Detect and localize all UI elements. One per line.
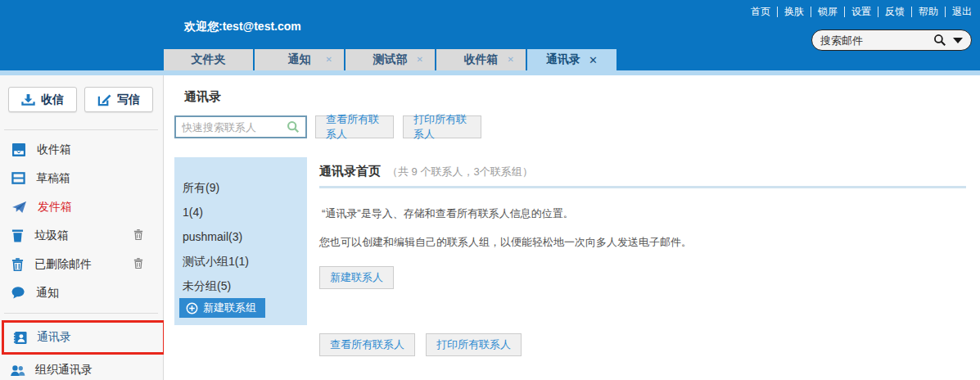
group-item-test-team[interactable]: 测试小组1(1) — [174, 249, 307, 274]
group-item-1[interactable]: 1(4) — [174, 200, 307, 224]
link-help[interactable]: 帮助 — [912, 7, 946, 17]
new-contact-group-button[interactable]: 新建联系组 — [179, 298, 265, 318]
sidebar-item-deleted[interactable]: 已删除邮件 — [0, 250, 163, 278]
receive-mail-button[interactable]: 收信 — [8, 87, 77, 112]
view-all-contacts-button-bottom[interactable]: 查看所有联系人 — [319, 333, 415, 356]
top-nav-links: 首页 换肤 锁屏 设置 反馈 帮助 退出 — [744, 7, 972, 17]
link-feedback[interactable]: 反馈 — [878, 7, 912, 17]
sidebar: 收信 写信 收件箱 — [0, 75, 164, 380]
quick-search-box[interactable] — [174, 115, 307, 138]
draft-icon — [11, 172, 25, 184]
sidebar-item-junk[interactable]: 垃圾箱 — [0, 221, 163, 250]
tab-notice[interactable]: 通知 ✕ — [255, 49, 344, 70]
sidebar-item-org-contacts[interactable]: 组织通讯录 — [0, 358, 163, 380]
close-icon[interactable]: ✕ — [589, 54, 598, 66]
description-line-1: “通讯录”是导入、存储和查看所有联系人信息的位置。 — [319, 206, 966, 221]
welcome-text: 欢迎您:test@test.com — [184, 20, 301, 34]
junk-icon — [11, 229, 24, 242]
link-lock[interactable]: 锁屏 — [811, 7, 845, 17]
notice-icon — [11, 287, 25, 299]
quick-search-input[interactable] — [182, 121, 287, 133]
sidebar-item-sent[interactable]: 发件箱 — [0, 192, 163, 221]
send-icon — [11, 201, 27, 214]
link-logout[interactable]: 退出 — [946, 7, 972, 17]
search-icon[interactable] — [933, 34, 946, 47]
tab-test-dept[interactable]: 测试部 ✕ — [345, 49, 435, 70]
contacts-home-section: 通讯录首页 （共 9 个联系人，3个联系组） “通讯录”是导入、存储和查看所有联… — [319, 164, 966, 289]
contact-groups-panel: 所有(9) 1(4) pushmail(3) 测试小组1(1) 未分组(5) 新… — [174, 157, 307, 325]
group-item-ungrouped[interactable]: 未分组(5) — [174, 274, 307, 298]
mail-search-input[interactable] — [820, 34, 933, 47]
tab-bar: 文件夹 通知 ✕ 测试部 ✕ 收件箱 ✕ 通讯录 ✕ — [164, 49, 618, 70]
heading-underline — [319, 186, 966, 188]
sidebar-folder-list: 收件箱 草稿箱 发件箱 — [0, 135, 163, 307]
close-icon[interactable]: ✕ — [417, 55, 423, 64]
empty-junk-icon[interactable] — [133, 229, 143, 240]
bottom-actions: 查看所有联系人 打印所有联系人 — [319, 333, 522, 356]
sidebar-item-notice[interactable]: 通知 — [0, 278, 163, 307]
compose-icon — [97, 93, 111, 106]
sidebar-item-inbox[interactable]: 收件箱 — [0, 135, 163, 164]
sidebar-item-drafts[interactable]: 草稿箱 — [0, 164, 163, 192]
tab-inbox[interactable]: 收件箱 ✕ — [436, 49, 526, 70]
plus-circle-icon — [186, 302, 198, 314]
tab-contacts[interactable]: 通讯录 ✕ — [527, 49, 616, 70]
print-all-contacts-button[interactable]: 打印所有联系人 — [403, 115, 481, 138]
search-icon[interactable] — [287, 120, 300, 133]
main-content: 通讯录 查看所有联系人 打印所有联系人 所有(9) 1(4) pushmail(… — [164, 75, 980, 380]
close-icon[interactable]: ✕ — [326, 55, 332, 64]
group-item-pushmail[interactable]: pushmail(3) — [174, 224, 307, 249]
sidebar-actions: 收信 写信 — [8, 87, 153, 112]
receive-icon — [21, 93, 35, 106]
inbox-icon — [11, 143, 26, 156]
link-skin[interactable]: 换肤 — [778, 7, 811, 17]
top-header: 欢迎您:test@test.com 首页 换肤 锁屏 设置 反馈 帮助 退出 文… — [0, 0, 980, 70]
contacts-home-header: 通讯录首页 （共 9 个联系人，3个联系组） — [319, 164, 966, 179]
contacts-count-note: （共 9 个联系人，3个联系组） — [387, 165, 533, 179]
link-home[interactable]: 首页 — [744, 7, 778, 17]
sidebar-divider — [4, 129, 158, 130]
print-all-contacts-button-bottom[interactable]: 打印所有联系人 — [426, 333, 522, 356]
sidebar-divider — [4, 313, 158, 314]
contacts-home-heading: 通讯录首页 — [319, 164, 381, 179]
sidebar-item-contacts[interactable]: 通讯录 — [2, 320, 165, 355]
contacts-book-icon — [13, 331, 27, 345]
empty-deleted-icon[interactable] — [133, 258, 143, 269]
description-line-2: 您也可以创建和编辑自己的联系人组，以便能轻松地一次向多人发送电子邮件。 — [319, 235, 966, 250]
org-contacts-icon — [10, 364, 25, 377]
link-settings[interactable]: 设置 — [845, 7, 878, 17]
tab-folders[interactable]: 文件夹 — [164, 49, 253, 70]
group-item-all[interactable]: 所有(9) — [174, 175, 307, 200]
mail-search-box[interactable] — [811, 29, 972, 51]
close-icon[interactable]: ✕ — [508, 55, 514, 64]
webmail-page: 欢迎您:test@test.com 首页 换肤 锁屏 设置 反馈 帮助 退出 文… — [0, 0, 980, 380]
search-dropdown-icon[interactable] — [953, 38, 963, 43]
page-title: 通讯录 — [184, 89, 221, 105]
compose-mail-button[interactable]: 写信 — [84, 87, 153, 112]
view-all-contacts-button[interactable]: 查看所有联系人 — [315, 115, 394, 138]
new-contact-button[interactable]: 新建联系人 — [319, 266, 394, 289]
deleted-mail-icon — [11, 258, 24, 271]
